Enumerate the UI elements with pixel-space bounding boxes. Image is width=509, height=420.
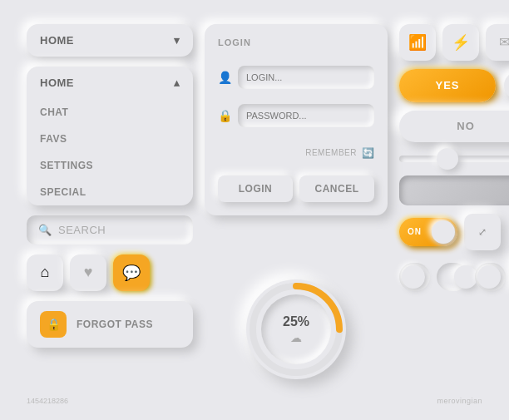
- left-column: HOME ▾ HOME ▴ CHAT FAVS SETTINGS SPECIAL…: [27, 24, 193, 397]
- toggle-mid[interactable]: [437, 263, 467, 291]
- toggle-on-label: ON: [408, 227, 422, 236]
- menu-item-favs[interactable]: FAVS: [27, 126, 193, 152]
- chevron-down-icon: ▾: [174, 34, 180, 47]
- toggle-on[interactable]: ON: [399, 218, 457, 246]
- user-icon: 👤: [218, 71, 231, 84]
- bluetooth-icon: ⚡: [452, 33, 470, 52]
- yes-group: YES: [399, 69, 509, 102]
- dropdown-closed-label: HOME: [40, 34, 74, 47]
- search-placeholder: SEARCH: [58, 224, 106, 236]
- login-panel: LOGIN 👤 🔒 REMEMBER 🔄 LOGIN CANCEL: [205, 24, 388, 215]
- chat-icon: 💬: [122, 264, 141, 282]
- wifi-button[interactable]: 📶: [399, 24, 436, 61]
- toggle-row2: OFF ⤡: [399, 259, 509, 295]
- on-toggle-row: ON ⤢: [399, 214, 509, 250]
- remember-icon: 🔄: [362, 147, 374, 159]
- lock-field-icon: 🔒: [218, 109, 231, 122]
- orange-dot-toggle[interactable]: [504, 72, 509, 100]
- slider-row: [399, 151, 509, 167]
- chat-icon-btn[interactable]: 💬: [113, 254, 150, 291]
- expand-icon: ⤢: [478, 226, 487, 238]
- forgot-pass-label: FORGOT PASS: [77, 319, 153, 330]
- wifi-icon: 📶: [408, 33, 427, 52]
- no-label: NO: [457, 120, 475, 132]
- progress-circle: 25% ☁: [246, 279, 346, 379]
- yes-button[interactable]: YES: [399, 69, 496, 102]
- chevron-up-icon: ▴: [174, 77, 180, 89]
- slider-thumb[interactable]: [437, 148, 458, 170]
- progress-inner: 25% ☁: [261, 294, 331, 364]
- top-icon-group: 📶 ⚡ ✉: [399, 24, 509, 61]
- toggle-off-1[interactable]: [399, 263, 430, 291]
- heart-icon-btn[interactable]: ♥: [70, 254, 106, 291]
- remember-row: REMEMBER 🔄: [218, 147, 374, 159]
- dropdown-open-header[interactable]: HOME ▴: [27, 67, 193, 99]
- progress-percent: 25%: [283, 314, 309, 329]
- search-box[interactable]: 🔍 SEARCH: [27, 215, 193, 245]
- watermark: merovingian: [437, 397, 482, 405]
- home-icon-btn[interactable]: ⌂: [27, 254, 63, 291]
- no-button[interactable]: NO: [399, 111, 509, 142]
- dropdown-home-open: HOME ▴ CHAT FAVS SETTINGS SPECIAL: [27, 67, 193, 205]
- login-button[interactable]: LOGIN: [218, 175, 293, 202]
- lock-icon: 🔒: [40, 311, 67, 338]
- remember-label: REMEMBER: [305, 148, 357, 157]
- slider-track[interactable]: [399, 156, 509, 162]
- download-cloud-icon: ☁: [290, 331, 302, 344]
- no-group: NO: [399, 111, 509, 142]
- mail-button[interactable]: ✉: [486, 24, 509, 61]
- dropdown-home-closed[interactable]: HOME ▾: [27, 24, 193, 57]
- mail-icon: ✉: [499, 34, 510, 50]
- username-row: 👤: [218, 66, 374, 89]
- bluetooth-button[interactable]: ⚡: [442, 24, 479, 61]
- password-input[interactable]: [238, 104, 374, 127]
- login-btn-row: LOGIN CANCEL: [218, 175, 374, 202]
- progress-outer-ring: 25% ☁: [246, 279, 346, 379]
- menu-item-chat[interactable]: CHAT: [27, 99, 193, 126]
- progress-area: 25% ☁: [205, 262, 388, 397]
- right-column: 📶 ⚡ ✉ YES NO: [399, 24, 509, 397]
- icon-row: ⌂ ♥ 💬: [27, 254, 193, 291]
- expand-button[interactable]: ⤢: [464, 214, 501, 250]
- search-icon: 🔍: [38, 224, 52, 236]
- login-title: LOGIN: [218, 37, 374, 47]
- menu-item-settings[interactable]: SETTINGS: [27, 152, 193, 179]
- menu-item-special[interactable]: SPECIAL: [27, 179, 193, 205]
- stock-number: 1454218286: [27, 397, 68, 405]
- toggle-off-2[interactable]: OFF: [475, 263, 506, 291]
- cancel-button[interactable]: CANCEL: [299, 175, 374, 202]
- decorative-dark-area: [399, 175, 509, 205]
- heart-icon: ♥: [84, 264, 93, 281]
- password-row: 🔒: [218, 104, 374, 127]
- dropdown-open-label: HOME: [40, 77, 74, 89]
- username-input[interactable]: [238, 66, 374, 89]
- home-icon: ⌂: [41, 264, 50, 281]
- toggle-thumb-off1: [402, 265, 425, 289]
- main-canvas: HOME ▾ HOME ▴ CHAT FAVS SETTINGS SPECIAL…: [13, 11, 496, 410]
- toggle-thumb-off2: [477, 265, 501, 289]
- forgot-pass-button[interactable]: 🔒 FORGOT PASS: [27, 301, 193, 348]
- toggle-thumb-on: [432, 220, 455, 244]
